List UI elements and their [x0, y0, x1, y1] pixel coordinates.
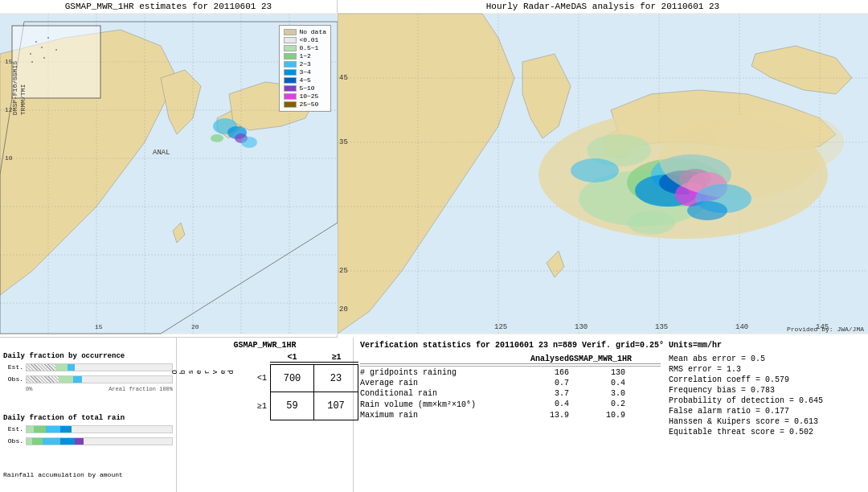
- right-map-svg: 45 35 25 20 125 130 135 140 145: [338, 13, 868, 334]
- right-map-container: Hourly Radar-AMeDAS analysis for 2011060…: [338, 0, 868, 338]
- svg-point-27: [41, 47, 43, 48]
- legend-item-5-10: 5~10: [284, 84, 326, 92]
- verif-stats-right: Mean abs error = 0.5RMS error = 1.3Corre…: [669, 355, 862, 438]
- occurrence-est-bar: [26, 363, 173, 371]
- svg-text:125: 125: [494, 323, 507, 331]
- svg-point-65: [715, 110, 844, 174]
- verif-row-label: Maximum rain: [360, 411, 521, 420]
- occurrence-obs-row: Obs.: [3, 374, 173, 385]
- rain-obs-bar: [26, 437, 173, 445]
- obs-label-1: Obs.: [3, 375, 23, 383]
- rain-obs-row: Obs.: [3, 436, 173, 447]
- svg-text:135: 135: [655, 323, 668, 331]
- stat-line: Hanssen & Kuipers score = 0.613: [669, 417, 862, 426]
- obs-vertical-label: Observed: [171, 369, 235, 374]
- svg-text:20: 20: [191, 323, 199, 330]
- obs-label-2: Obs.: [3, 437, 23, 445]
- verif-table: Analysed GSMAP_MWR_1HR # gridpoints rain…: [360, 355, 661, 438]
- verif-data-row: Rain volume (mm×km²×10⁶) 0.4 0.2: [360, 400, 661, 409]
- verif-row-label: Conditional rain: [360, 389, 521, 398]
- legend-item-lt001: <0.01: [284, 36, 326, 43]
- rainfall-label: Rainfall accumulation by amount: [3, 471, 173, 478]
- verif-row-val1: 0.4: [521, 400, 569, 409]
- verif-row-val1: 0.7: [521, 379, 569, 387]
- left-map-title: GSMAP_MWR_1HR estimates for 20110601 23: [0, 0, 337, 13]
- verif-title: Verification statistics for 20110601 23 …: [360, 341, 862, 350]
- svg-point-28: [30, 53, 31, 55]
- verif-row-val2: 3.0: [569, 389, 625, 398]
- est-label-1: Est.: [3, 363, 23, 371]
- svg-point-32: [31, 61, 33, 63]
- svg-point-30: [55, 49, 57, 51]
- ct-row-2: ≥1 59 107: [238, 392, 358, 420]
- verif-header-analysed: Analysed: [521, 355, 569, 363]
- satellite-label: DMSP-F16/SSMISTRMM/TMI: [11, 61, 27, 115]
- ct-cell-107: 107: [314, 392, 358, 420]
- svg-point-68: [627, 211, 675, 235]
- contingency-table: <1 ≥1 <1 700 23 ≥1 59 107: [238, 353, 358, 420]
- right-map-title: Hourly Radar-AMeDAS analysis for 2011060…: [338, 0, 868, 13]
- verif-data-row: # gridpoints raining 166 130: [360, 368, 661, 377]
- ct-row-label-gte1: ≥1: [238, 402, 270, 411]
- occurrence-axis: 0% Areal fraction 100%: [26, 386, 173, 392]
- verif-row-label: Rain volume (mm×km²×10⁶): [360, 400, 521, 409]
- ct-row-label-lt1: <1: [238, 374, 270, 383]
- legend-item-nodata: No data: [284, 28, 326, 35]
- svg-text:20: 20: [339, 305, 348, 314]
- svg-text:130: 130: [575, 323, 588, 331]
- stat-line: Probability of detection = 0.645: [669, 396, 862, 405]
- ct-header-row: <1 ≥1: [270, 353, 358, 363]
- svg-text:25: 25: [339, 267, 348, 275]
- verif-row-val1: 166: [521, 368, 569, 377]
- verif-row-label: Average rain: [360, 379, 521, 387]
- occurrence-est-row: Est.: [3, 362, 173, 373]
- legend-item-05-1: 0.5~1: [284, 44, 326, 51]
- verif-data-row: Maximum rain 13.9 10.9: [360, 411, 661, 420]
- ct-row-1: <1 700 23: [238, 364, 358, 392]
- stat-line: False alarm ratio = 0.177: [669, 407, 862, 416]
- contingency-table-container: GSMAP_MWR_1HR Observed <1 ≥1 <1 700: [177, 338, 354, 492]
- stat-line: Correlation coeff = 0.579: [669, 375, 862, 384]
- verif-header: Analysed GSMAP_MWR_1HR: [360, 355, 661, 364]
- ct-cell-700: 700: [270, 364, 314, 392]
- verif-content: Analysed GSMAP_MWR_1HR # gridpoints rain…: [360, 355, 862, 438]
- svg-point-29: [47, 37, 49, 39]
- rain-est-row: Est.: [3, 424, 173, 435]
- svg-point-31: [43, 57, 45, 59]
- stat-line: Equitable threat score = 0.502: [669, 428, 862, 437]
- verif-row-val2: 10.9: [569, 411, 625, 420]
- verif-divider: [360, 366, 661, 367]
- verification-section: Verification statistics for 20110601 23 …: [354, 338, 868, 492]
- left-map-container: GSMAP_MWR_1HR estimates for 20110601 23: [0, 0, 338, 338]
- rain-chart-title: Daily fraction of total rain: [3, 414, 173, 422]
- verif-row-val2: 130: [569, 368, 625, 377]
- contingency-title: GSMAP_MWR_1HR: [233, 341, 296, 350]
- svg-point-19: [211, 134, 223, 142]
- verif-data-row: Average rain 0.7 0.4: [360, 379, 661, 387]
- verif-data-row: Conditional rain 3.7 3.0: [360, 389, 661, 398]
- verif-row-label: # gridpoints raining: [360, 368, 521, 377]
- contingency-wrapper: Observed <1 ≥1 <1 700 23: [171, 353, 358, 420]
- legend-item-1-2: 1~2: [284, 52, 326, 59]
- svg-text:10: 10: [5, 154, 13, 162]
- svg-point-63: [571, 158, 619, 182]
- legend-item-10-25: 10~25: [284, 92, 326, 100]
- legend-box: No data <0.01 0.5~1 1~2: [279, 25, 331, 112]
- verif-row-val1: 3.7: [521, 389, 569, 398]
- svg-point-67: [687, 201, 727, 220]
- ct-col-gte1: ≥1: [314, 353, 358, 363]
- svg-point-18: [241, 137, 257, 148]
- svg-text:45: 45: [339, 74, 348, 82]
- main-container: GSMAP_MWR_1HR estimates for 20110601 23: [0, 0, 868, 492]
- legend-item-25-50: 25~50: [284, 100, 326, 108]
- stat-line: Mean abs error = 0.5: [669, 355, 862, 363]
- occurrence-chart-title: Daily fraction by occurrence: [3, 352, 173, 360]
- svg-text:ANAL: ANAL: [153, 149, 170, 157]
- verif-header-gsmap: GSMAP_MWR_1HR: [569, 355, 625, 363]
- bottom-charts: Daily fraction by occurrence Est. Obs.: [0, 338, 177, 492]
- verif-row-val2: 0.2: [569, 400, 625, 409]
- verif-row-val2: 0.4: [569, 379, 625, 387]
- ct-cell-23: 23: [314, 364, 358, 392]
- legend-item-4-5: 4~5: [284, 76, 326, 84]
- right-map-area: 45 35 25 20 125 130 135 140 145: [338, 13, 868, 334]
